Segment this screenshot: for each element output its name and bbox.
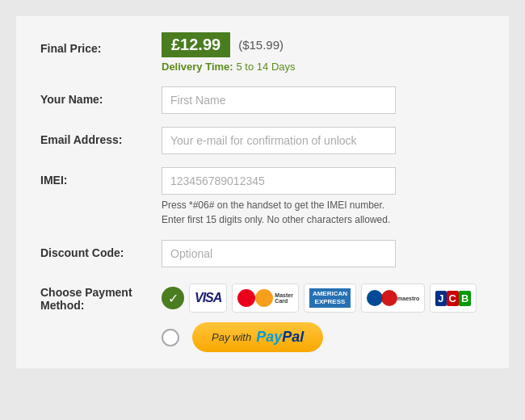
- delivery-row: Delivery Time: 5 to 14 Days: [40, 61, 485, 74]
- name-row: Your Name:: [40, 86, 485, 114]
- final-price-label: Final Price:: [40, 36, 162, 55]
- mastercard-logo: [237, 287, 273, 309]
- paypal-brand: PayPal: [256, 329, 304, 346]
- payment-methods-list: ✓ VISA MasterCard AMERICA: [162, 284, 477, 313]
- mc-right-circle: [255, 289, 273, 307]
- maestro-left-circle: [367, 290, 383, 306]
- selected-indicator: ✓: [162, 287, 184, 309]
- payment-label: Choose Payment Method:: [40, 284, 162, 312]
- payment-methods-row: Choose Payment Method: ✓ VISA MasterCard: [40, 284, 485, 313]
- order-form: Final Price: £12.99 ($15.99) Delivery Ti…: [16, 16, 509, 368]
- discount-field: [162, 240, 485, 267]
- imei-field-wrapper: Press *#06# on the handset to get the IM…: [162, 167, 485, 227]
- discount-row: Discount Code:: [40, 240, 485, 267]
- name-label: Your Name:: [40, 86, 162, 106]
- amex-logo: AMERICANEXPRESS: [309, 288, 351, 309]
- jcb-j: J: [435, 291, 446, 306]
- email-row: Email Address:: [40, 127, 485, 154]
- email-label: Email Address:: [40, 127, 162, 146]
- jcb-c: C: [447, 291, 459, 306]
- imei-hint: Press *#06# on the handset to get the IM…: [162, 198, 396, 227]
- check-icon: ✓: [168, 291, 178, 306]
- mastercard-label: MasterCard: [275, 292, 293, 304]
- name-input[interactable]: [162, 86, 396, 114]
- imei-row: IMEI: Press *#06# on the handset to get …: [40, 167, 485, 227]
- email-field: [162, 127, 485, 154]
- name-field: [162, 86, 485, 114]
- mastercard-card[interactable]: MasterCard: [232, 284, 299, 313]
- discount-input[interactable]: [162, 240, 396, 267]
- imei-input[interactable]: [162, 167, 396, 195]
- amex-card[interactable]: AMERICANEXPRESS: [304, 284, 356, 313]
- jcb-logo: J C B: [435, 291, 471, 306]
- maestro-label: maestro: [397, 296, 419, 301]
- jcb-card[interactable]: J C B: [430, 284, 477, 313]
- maestro-right-circle: [381, 290, 397, 306]
- delivery-label: Delivery Time:: [162, 61, 233, 74]
- price-row: Final Price: £12.99 ($15.99): [40, 32, 485, 57]
- paypal-button[interactable]: Pay with PayPal: [192, 322, 323, 352]
- paypal-pay-text: Pay with: [212, 331, 251, 343]
- paypal-radio[interactable]: [162, 329, 179, 346]
- maestro-card[interactable]: maestro: [361, 284, 425, 313]
- jcb-b: B: [459, 291, 471, 306]
- imei-label: IMEI:: [40, 167, 162, 187]
- price-gbp: £12.99: [162, 32, 230, 57]
- delivery-value: 5 to 14 Days: [237, 61, 296, 74]
- amex-label: AMERICANEXPRESS: [309, 288, 351, 309]
- discount-label: Discount Code:: [40, 240, 162, 259]
- payment-section: Choose Payment Method: ✓ VISA MasterCard: [40, 284, 485, 352]
- visa-label: VISA: [195, 291, 221, 305]
- paypal-p2: Pal: [282, 329, 304, 345]
- visa-card[interactable]: VISA: [189, 284, 227, 313]
- price-usd: ($15.99): [238, 38, 284, 52]
- maestro-logo: [367, 287, 397, 309]
- email-input[interactable]: [162, 127, 396, 154]
- paypal-row: Pay with PayPal: [40, 322, 485, 352]
- paypal-p1: Pay: [256, 329, 282, 345]
- mc-left-circle: [237, 289, 255, 307]
